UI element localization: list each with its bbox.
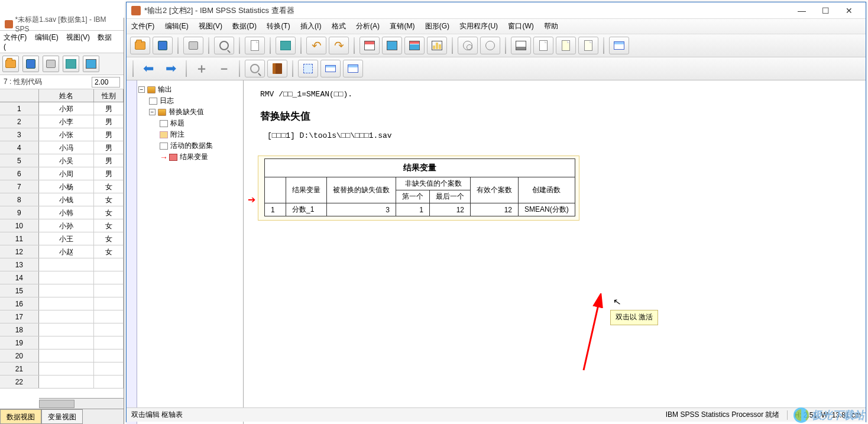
horizontal-scrollbar[interactable] [39, 398, 124, 409]
tree-title[interactable]: 标题 [138, 118, 242, 129]
rownum[interactable]: 19 [0, 336, 39, 349]
cell-name[interactable]: 小王 [39, 232, 95, 245]
designate-window-icon[interactable] [609, 37, 629, 54]
cell-name[interactable] [39, 284, 95, 297]
cell-sex[interactable] [94, 297, 124, 310]
forward-icon[interactable]: ➡ [161, 60, 181, 77]
table-row[interactable]: 18 [0, 323, 124, 336]
cell-name[interactable] [39, 310, 95, 323]
menu-edit[interactable]: 编辑(E) [165, 22, 189, 30]
rownum[interactable]: 22 [0, 376, 39, 388]
cell-name[interactable] [39, 271, 95, 284]
table-row[interactable]: 16 [0, 297, 124, 310]
cell-sex[interactable]: 女 [94, 180, 124, 193]
outline-tree[interactable]: − 输出 日志 − 替换缺失值 标题 附注 [137, 80, 244, 424]
header-name[interactable]: 姓名 [39, 89, 95, 102]
rownum[interactable]: 5 [0, 154, 39, 167]
cell-sex[interactable]: 男 [94, 154, 124, 167]
menu-edit[interactable]: 编辑(E) [35, 33, 59, 41]
tree-active-dataset[interactable]: 活动的数据集 [138, 140, 242, 151]
table-row[interactable]: 17 [0, 310, 124, 323]
table-row[interactable]: 9小韩女 [0, 206, 124, 219]
menu-window[interactable]: 窗口(W) [508, 22, 533, 30]
cell-name[interactable] [39, 376, 95, 388]
dialog-recall-icon[interactable] [276, 37, 296, 54]
cell-name[interactable]: 小钱 [39, 193, 95, 206]
cell-sex[interactable]: 男 [94, 128, 124, 141]
menu-file[interactable]: 文件(F) [4, 33, 27, 41]
collapse-icon[interactable] [245, 60, 265, 77]
menu-format[interactable]: 格式 [332, 22, 346, 30]
menu-view[interactable]: 视图(V) [199, 22, 222, 30]
table-row[interactable]: 22 [0, 376, 124, 389]
save-icon[interactable] [22, 56, 39, 72]
cell-sex[interactable] [94, 336, 124, 349]
result-variable-table[interactable]: 结果变量 结果变量 被替换的缺失值数 非缺失值的个案数 有效个案数 创建函数 第… [264, 158, 575, 216]
cell-sex[interactable]: 女 [94, 193, 124, 206]
viewer-titlebar[interactable]: *输出2 [文档2] - IBM SPSS Statistics 查看器 — ☐… [127, 2, 866, 19]
tab-data-view[interactable]: 数据视图 [0, 409, 41, 424]
table-row[interactable]: 2小李男 [0, 115, 124, 128]
new-heading-icon[interactable] [556, 37, 576, 54]
cell-sex[interactable]: 男 [94, 115, 124, 128]
table-row[interactable]: 6小周男 [0, 167, 124, 180]
toggle-icon[interactable]: − [149, 109, 156, 115]
table-row[interactable]: 14 [0, 271, 124, 284]
rownum[interactable]: 10 [0, 219, 39, 232]
menu-insert[interactable]: 插入(I) [300, 22, 321, 30]
rownum[interactable]: 4 [0, 141, 39, 154]
cell-sex[interactable] [94, 284, 124, 297]
save-icon[interactable] [153, 37, 173, 54]
menu-analyze[interactable]: 分析(A) [356, 22, 380, 30]
cell-name[interactable] [39, 349, 95, 362]
cell-sex[interactable]: 男 [94, 102, 124, 115]
columns-icon[interactable] [63, 56, 79, 72]
show-all-icon[interactable] [480, 37, 500, 54]
promote-icon[interactable]: ＋ [192, 60, 212, 77]
expand-icon[interactable] [267, 60, 287, 77]
insert2-icon[interactable] [343, 60, 363, 77]
data-grid[interactable]: 姓名 性别 1小郑男2小李男3小张男4小冯男5小吴男6小周男7小杨女8小钱女9小… [0, 89, 124, 389]
table-row[interactable]: 4小冯男 [0, 141, 124, 154]
use-sets-icon[interactable] [458, 37, 478, 54]
goto-data-icon[interactable] [359, 37, 380, 54]
scrollbar-thumb[interactable] [39, 400, 75, 408]
cell-name[interactable] [39, 336, 95, 349]
tree-root[interactable]: − 输出 [138, 84, 242, 95]
back-icon[interactable]: ⬅ [138, 60, 158, 77]
tree-result-variable[interactable]: → 结果变量 [138, 151, 242, 163]
export-icon[interactable] [245, 37, 265, 54]
new-text-icon[interactable] [533, 37, 553, 54]
tree-notes[interactable]: 附注 [138, 129, 242, 140]
tree-log[interactable]: 日志 [138, 95, 242, 106]
table-row[interactable]: 15 [0, 284, 124, 297]
cell-name[interactable]: 小李 [39, 115, 95, 128]
cell-sex[interactable] [94, 271, 124, 284]
cell-name[interactable]: 小冯 [39, 141, 95, 154]
rownum[interactable]: 7 [0, 180, 39, 193]
toggle-icon[interactable]: − [138, 86, 145, 93]
cell-sex[interactable]: 男 [94, 141, 124, 154]
rownum[interactable]: 11 [0, 232, 39, 245]
rownum[interactable]: 14 [0, 271, 39, 284]
cell-name[interactable] [39, 362, 95, 375]
cell-name[interactable]: 小吴 [39, 154, 95, 167]
cell-sex[interactable] [94, 349, 124, 362]
rownum[interactable]: 2 [0, 115, 39, 128]
cell-name[interactable]: 小张 [39, 128, 95, 141]
cell-name[interactable]: 小杨 [39, 180, 95, 193]
cell-name[interactable] [39, 258, 95, 271]
cell-sex[interactable] [94, 310, 124, 323]
close-button[interactable]: ✕ [837, 4, 861, 18]
open-icon[interactable] [2, 56, 19, 72]
print-preview-icon[interactable] [214, 37, 234, 54]
menu-view[interactable]: 视图(V) [66, 33, 90, 41]
table-row[interactable]: 1小郑男 [0, 102, 124, 115]
menu-file[interactable]: 文件(F) [131, 22, 154, 30]
menu-direct-marketing[interactable]: 直销(M) [390, 22, 414, 30]
table-row[interactable]: 12小赵女 [0, 245, 124, 258]
redo-icon[interactable] [329, 37, 349, 54]
minimize-button[interactable]: — [790, 4, 814, 18]
rownum[interactable]: 8 [0, 193, 39, 206]
cell-name[interactable]: 小赵 [39, 245, 95, 258]
